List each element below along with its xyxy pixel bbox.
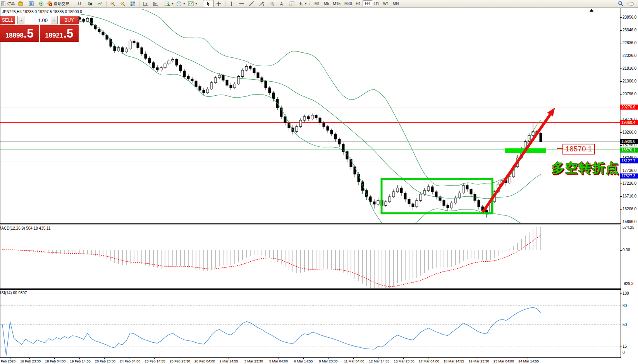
time-label: 28 Feb 04:00 [194, 359, 215, 363]
price-tag-annotation[interactable]: 18570.1 [562, 144, 595, 155]
time-tick [378, 358, 378, 359]
toolbar-grip [200, 2, 202, 6]
timeframe-h4[interactable]: H4 [363, 0, 372, 7]
channel-tool-button[interactable]: E [257, 0, 267, 7]
search-icon [618, 1, 624, 7]
buy-button[interactable]: BUY [60, 16, 79, 24]
time-tick [29, 358, 30, 359]
zoom-out-icon [120, 1, 126, 7]
timeframe-w1[interactable]: W1 [381, 1, 391, 7]
time-label: 20 Feb 23:30 [95, 359, 115, 363]
chart-canvas [0, 0, 638, 364]
price-tick-label: 22836.0 [623, 41, 636, 45]
price-axis[interactable]: 23856.023346.022836.022326.021816.021306… [620, 8, 638, 358]
volume-down-button[interactable]: ▼ [18, 16, 24, 24]
time-label: 19 Mar 23:30 [468, 359, 489, 363]
fibonacci-tool-button[interactable]: F [267, 0, 277, 7]
toolbar: 订单 自动交易 [0, 0, 638, 8]
price-tick-label: 17226.0 [623, 181, 636, 185]
price-level-label: 18900.0 [620, 139, 638, 144]
toolbar-separator [162, 1, 162, 7]
indicators-caret-icon: ▼ [171, 2, 174, 5]
trendline-icon [249, 1, 254, 6]
ask-price-int: 18921 [45, 28, 63, 43]
templates-button[interactable]: ▼ [187, 0, 199, 7]
community-chat-button[interactable] [626, 0, 636, 7]
periods-button[interactable]: ▼ [175, 0, 187, 7]
time-tick [403, 358, 404, 359]
svg-text:E: E [263, 4, 264, 6]
price-level-label: 18127.7 [620, 158, 638, 163]
time-tick [10, 358, 10, 359]
ask-price[interactable]: 18921 .5 [40, 25, 79, 42]
label-tool-button[interactable]: T [287, 0, 297, 7]
price-tick-label: 19266.0 [623, 130, 636, 134]
toolbar-grip [310, 2, 311, 6]
bid-price-frac: .5 [24, 26, 34, 41]
timeframe-mn[interactable]: MN [391, 1, 401, 7]
zoom-in-button[interactable] [108, 0, 118, 7]
candlestick-button[interactable] [85, 0, 95, 7]
new-order-label: 订单 [7, 1, 15, 7]
line-chart-button[interactable] [95, 0, 105, 7]
hline-tool-button[interactable] [237, 0, 247, 7]
price-tick-label: 15696.0 [623, 220, 636, 224]
arrows-tool-button[interactable]: ▼ [297, 0, 308, 7]
volume-up-button[interactable]: ▲ [51, 16, 57, 24]
time-label: 12 Mar 14:55 [369, 359, 389, 363]
time-tick [453, 358, 453, 359]
cursor-tool-button[interactable] [203, 0, 214, 7]
macd-tick-label: 574.25 [623, 225, 635, 230]
rsi-panel[interactable] [0, 289, 621, 358]
navigator-button[interactable] [36, 0, 46, 7]
bid-price[interactable]: 18898 .5 [0, 25, 39, 42]
time-label: 24 Feb 04:00 [120, 359, 140, 363]
new-order-button[interactable]: 订单 [0, 0, 16, 7]
timeframe-m1[interactable]: M1 [313, 1, 322, 7]
scroll-to-end-icon[interactable] [590, 9, 593, 12]
timeframe-m5[interactable]: M5 [322, 1, 331, 7]
turning-point-annotation[interactable]: 多空转折点 [552, 160, 619, 177]
timeframe-h1[interactable]: H1 [354, 1, 363, 7]
volume-input[interactable]: 1.00 [24, 16, 51, 24]
bar-chart-button[interactable] [75, 0, 85, 7]
crosshair-tool-button[interactable] [214, 0, 224, 7]
chart-shift-button[interactable] [151, 0, 161, 7]
time-tick [229, 358, 229, 359]
auto-scroll-button[interactable] [141, 0, 151, 7]
text-tool-button[interactable]: A [277, 0, 287, 7]
timeframe-m30[interactable]: M30 [342, 1, 354, 7]
profiles-button[interactable] [16, 0, 26, 7]
vline-tool-button[interactable] [227, 0, 237, 7]
time-label: 24 Mar 14:55 [518, 359, 539, 363]
price-level-label: 20276.6 [620, 105, 638, 110]
time-label: 25 Feb 14:55 [145, 359, 165, 363]
svg-text:F: F [273, 4, 274, 6]
chat-bubbles-icon [627, 1, 634, 7]
indicators-button[interactable]: ▼ [163, 0, 175, 7]
zoom-out-button[interactable] [118, 0, 128, 7]
market-watch-button[interactable] [26, 0, 36, 7]
time-tick [303, 358, 304, 359]
search-button[interactable] [616, 0, 626, 7]
timeframe-m15[interactable]: M15 [331, 1, 342, 7]
sell-button[interactable]: SELL [0, 16, 15, 24]
rsi-tick-label: 15 [623, 344, 627, 349]
high-value: 19297.5 [38, 10, 52, 14]
vertical-line-icon [230, 1, 234, 6]
one-click-trade-panel: SELL ▼ 1.00 ▲ BUY 18898 .5 18921 .5 [0, 16, 79, 42]
price-level-label: 17527.3 [620, 173, 638, 179]
tile-windows-button[interactable] [128, 0, 138, 7]
time-axis[interactable]: Feb 202016 Feb 23:3018 Feb 04:0019 Feb 1… [0, 358, 638, 364]
toolbar-separator [106, 1, 107, 7]
price-tick-label: 17736.0 [623, 168, 636, 173]
auto-trading-button[interactable]: 自动交易 [46, 0, 71, 7]
close-value: 18900.0 [68, 10, 82, 14]
macd-panel[interactable] [0, 225, 621, 289]
main-chart-panel[interactable] [0, 8, 621, 224]
price-tick-label: 21816.0 [623, 66, 636, 70]
trendline-tool-button[interactable] [247, 0, 257, 7]
bar-chart-icon [77, 1, 83, 6]
price-tick-label: 22326.0 [623, 53, 636, 58]
timeframe-d1[interactable]: D1 [372, 1, 381, 7]
